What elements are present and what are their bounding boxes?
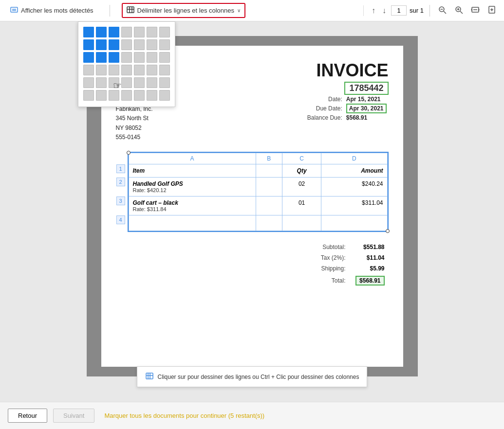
grid-cell[interactable]	[121, 90, 132, 101]
grid-cell[interactable]	[109, 65, 119, 75]
col-b-header: B	[256, 153, 282, 164]
grid-cell[interactable]	[109, 90, 119, 101]
row-num-4: 4	[116, 215, 125, 224]
grid-cell[interactable]	[159, 77, 170, 88]
next-page-button[interactable]: ↓	[380, 5, 388, 16]
bill-to-address2: NY 98052	[116, 124, 153, 133]
row-num-2: 2	[116, 178, 125, 186]
grid-cell[interactable]	[109, 77, 119, 88]
resize-handle-br[interactable]	[386, 229, 390, 233]
grid-cell[interactable]	[96, 77, 107, 88]
page-total: sur 1	[410, 7, 424, 14]
due-date-label: Due Date:	[305, 103, 344, 114]
fit-page-button[interactable]	[485, 4, 498, 17]
doc-viewer: INVOICE 1785442 Bill to: Fabrikam, Inc. …	[0, 21, 504, 402]
delimiter-button[interactable]: Délimiter les lignes et les colonnes ∨	[122, 3, 245, 18]
grid-cell[interactable]	[121, 27, 132, 37]
grid-cell[interactable]	[83, 65, 94, 75]
afficher-icon	[10, 6, 18, 15]
svg-line-8	[444, 11, 446, 14]
grid-cell[interactable]	[147, 65, 157, 75]
tooltip-icon	[145, 372, 154, 382]
zoom-out-button[interactable]	[436, 4, 448, 17]
grid-cell[interactable]	[109, 39, 119, 50]
row3-col-b	[256, 196, 282, 215]
grid-cell[interactable]	[147, 77, 157, 88]
next-button[interactable]: Suivant	[53, 409, 94, 423]
invoice-meta: Date: Apr 15, 2021 Due Date: Apr 30, 202…	[305, 95, 389, 142]
grid-cell[interactable]	[83, 39, 94, 50]
table-row: 3 Golf cart – black Rate: $311.84 01 $31…	[129, 196, 387, 215]
invoice-table-wrapper: A B C D 1	[128, 152, 389, 232]
row4-col-d	[321, 215, 387, 231]
totals-section: Subtotal: $551.88 Tax (2%): $11.04 Shipp…	[116, 242, 389, 287]
shipping-label: Shipping:	[317, 263, 350, 274]
zoom-in-button[interactable]	[452, 4, 465, 17]
grid-cell[interactable]	[134, 39, 145, 50]
subtotal-value: $551.88	[350, 242, 389, 252]
grid-cells	[83, 27, 170, 102]
grid-cell[interactable]	[134, 77, 145, 88]
table-row: 4	[129, 215, 387, 231]
balance-label: Balance Due:	[305, 114, 344, 122]
fit-width-button[interactable]	[469, 4, 482, 17]
prev-page-button[interactable]: ↑	[370, 5, 377, 16]
grid-cell[interactable]	[121, 39, 132, 50]
row4-col-b	[256, 215, 282, 231]
grid-cell[interactable]	[83, 52, 94, 63]
grid-cell[interactable]	[147, 39, 157, 50]
grid-cell[interactable]	[159, 90, 170, 101]
subtotal-row: Subtotal: $551.88	[317, 242, 389, 252]
col-d-header: D	[321, 153, 387, 164]
page-number-input[interactable]: 1	[391, 5, 407, 16]
back-button[interactable]: Retour	[8, 409, 47, 423]
total-value: $568.91	[350, 274, 389, 287]
main-area: ☞ INVOICE 1785442 Bill to: Fabrikam, Inc…	[0, 21, 504, 402]
row2-amount: $240.24	[321, 177, 387, 196]
grid-cell[interactable]	[159, 52, 170, 63]
total-row: Total: $568.91	[317, 274, 389, 287]
toolbar-separator-2	[429, 5, 430, 17]
grid-cell[interactable]	[109, 52, 119, 63]
grid-cell[interactable]	[121, 77, 132, 88]
grid-cell[interactable]	[96, 65, 107, 75]
grid-cell[interactable]	[96, 27, 107, 37]
tax-label: Tax (2%):	[317, 252, 350, 263]
row4-col-c	[282, 215, 321, 231]
grid-cell[interactable]	[109, 27, 119, 37]
svg-rect-19	[146, 373, 153, 379]
grid-cell[interactable]	[96, 52, 107, 63]
row2-qty: 02	[282, 177, 321, 196]
table-row: 1 Item Qty Amount	[129, 164, 387, 177]
due-date-box: Apr 30, 2021	[346, 104, 387, 113]
grid-selector-dropdown[interactable]	[78, 21, 175, 107]
grid-cell[interactable]	[134, 65, 145, 75]
row1-qty: Qty	[282, 164, 321, 177]
grid-cell[interactable]	[83, 77, 94, 88]
grid-cell[interactable]	[159, 65, 170, 75]
grid-cell[interactable]	[147, 90, 157, 101]
balance-value: $568.91	[344, 114, 389, 122]
page-nav: ↑ ↓ 1 sur 1	[363, 5, 424, 16]
toolbar: Afficher les mots détectés Délimiter les…	[0, 0, 504, 21]
resize-handle-tl[interactable]	[127, 151, 131, 155]
row3-item: Golf cart – black	[133, 199, 252, 206]
row-num-1: 1	[116, 164, 125, 173]
grid-cell[interactable]	[147, 27, 157, 37]
grid-cell[interactable]	[121, 65, 132, 75]
grid-cell[interactable]	[83, 27, 94, 37]
grid-cell[interactable]	[83, 90, 94, 101]
afficher-mots-button[interactable]: Afficher les mots détectés	[6, 3, 98, 18]
bottom-tooltip: Cliquer sur pour dessiner des lignes ou …	[137, 366, 368, 387]
grid-cell[interactable]	[96, 39, 107, 50]
grid-cell[interactable]	[134, 90, 145, 101]
grid-cell[interactable]	[121, 52, 132, 63]
grid-cell[interactable]	[134, 52, 145, 63]
grid-cell[interactable]	[159, 27, 170, 37]
grid-cell[interactable]	[159, 39, 170, 50]
grid-cell[interactable]	[147, 52, 157, 63]
row3-rate: Rate: $311.84	[133, 206, 252, 212]
bill-to-phone: 555-0145	[116, 133, 153, 142]
grid-cell[interactable]	[134, 27, 145, 37]
grid-cell[interactable]	[96, 90, 107, 101]
